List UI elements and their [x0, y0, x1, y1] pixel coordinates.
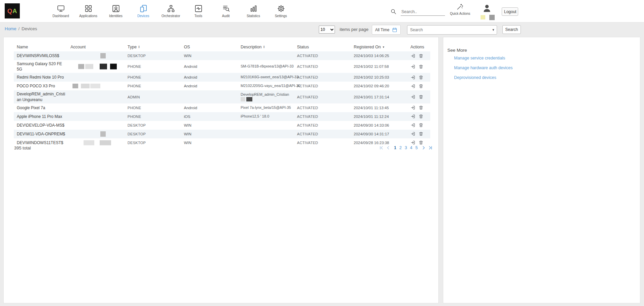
next-page-icon[interactable]	[421, 145, 426, 150]
nav-item-statistics[interactable]: Statistics	[240, 0, 267, 22]
column-header-registered-on[interactable]: Registered On▾	[351, 43, 407, 51]
column-header-description[interactable]: Description▲▼	[238, 43, 294, 51]
export-icon[interactable]	[410, 75, 415, 80]
device-registered-cell: 2024/10/02 11:07:58	[351, 60, 407, 73]
export-icon[interactable]	[410, 53, 415, 58]
export-icon[interactable]	[410, 114, 415, 119]
nav-item-orchestrator[interactable]: Orchestrator	[157, 0, 185, 22]
export-icon[interactable]	[410, 94, 415, 99]
device-row[interactable]: Redmi Redmi Note 10 Pro PHONE Android M2…	[14, 73, 430, 82]
last-page-icon[interactable]	[428, 145, 433, 150]
device-os: Android	[184, 84, 197, 88]
page-number[interactable]: 2	[399, 145, 402, 150]
device-os: iOS	[184, 115, 190, 119]
device-registered-cell: 2024/09/30 14:33:06	[351, 121, 407, 130]
device-actions-cell	[407, 112, 430, 121]
device-row[interactable]: Google Pixel 7a PHONE Android Pixel 7a-l…	[14, 103, 430, 112]
global-search-input[interactable]	[401, 8, 445, 16]
export-icon[interactable]	[410, 64, 415, 69]
column-header-account[interactable]: Account	[67, 43, 125, 51]
filter-search-input[interactable]	[407, 28, 490, 32]
search-icon[interactable]	[390, 8, 397, 15]
device-row[interactable]: DEV\DEVELOP-VDA-MS$ DESKTOP WIN ACTIVATE…	[14, 121, 430, 130]
breadcrumb: Home/Devices	[5, 26, 37, 31]
device-name-cell: Apple iPhone 11 Pro Max	[14, 112, 67, 121]
device-row[interactable]: DEV\WINSRVMILOS5$ DESKTOP WIN ACTIVATED …	[14, 51, 430, 60]
device-row[interactable]: DevelopREM_admin_Cristian Ungureanu ADMI…	[14, 90, 430, 103]
export-icon[interactable]	[410, 105, 415, 110]
device-type-cell: DESKTOP	[125, 51, 181, 60]
delete-icon[interactable]	[418, 75, 424, 80]
app-logo[interactable]: QA	[5, 3, 20, 18]
device-status-cell: ACTIVATED	[294, 51, 351, 60]
device-os-cell: Android	[181, 60, 238, 73]
nav-item-audit[interactable]: Audit	[212, 0, 240, 22]
device-name: Redmi Redmi Note 10 Pro	[17, 74, 65, 81]
see-more-link[interactable]: Manage service credentials	[454, 56, 512, 60]
export-icon[interactable]	[410, 131, 415, 136]
items-per-page-select[interactable]: 10	[319, 26, 335, 34]
page-number[interactable]: 4	[410, 145, 412, 150]
see-more-link[interactable]: Manage hardware auth devices	[454, 65, 512, 70]
column-header-name[interactable]: Name	[14, 43, 67, 51]
status-badge: ACTIVATED	[297, 115, 318, 119]
page-number[interactable]: 1	[394, 145, 396, 150]
device-registered-cell: 2024/10/03 14:06:25	[351, 51, 407, 60]
device-row[interactable]: DEV\W11-VDA-ONPREM$ DESKTOP WIN ACTIVATE…	[14, 130, 430, 138]
nav-item-tools[interactable]: Tools	[185, 0, 212, 22]
chevron-down-icon[interactable]: ▼	[490, 28, 497, 32]
device-description-cell: SM-G781B-r8qxeea/13@API-33	[238, 60, 294, 73]
nav-item-devices[interactable]: Devices	[130, 0, 157, 22]
device-type-cell: PHONE	[125, 103, 181, 112]
delete-icon[interactable]	[418, 53, 424, 58]
device-status-cell: ACTIVATED	[294, 112, 351, 121]
device-type-cell: ADMIN	[125, 90, 181, 103]
delete-icon[interactable]	[418, 84, 424, 89]
column-header-os[interactable]: OS	[181, 43, 238, 51]
status-badge: ACTIVATED	[297, 84, 318, 88]
logout-button[interactable]: Logout	[502, 7, 518, 16]
delete-icon[interactable]	[418, 131, 424, 136]
page-number[interactable]: 3	[405, 145, 407, 150]
delete-icon[interactable]	[418, 105, 424, 110]
export-icon[interactable]	[410, 123, 415, 128]
column-header-status[interactable]: Status	[294, 43, 351, 51]
registered-on-value: 2024/10/02 11:07:58	[354, 64, 389, 69]
device-os-cell: Android	[181, 103, 238, 112]
device-row[interactable]: Apple iPhone 11 Pro Max PHONE iOS iPhone…	[14, 112, 430, 121]
nav-item-dashboard[interactable]: Dashboard	[47, 0, 75, 22]
column-header-type[interactable]: Type▲▼	[125, 43, 181, 51]
device-account-cell	[67, 130, 125, 138]
time-filter-button[interactable]: All Time	[372, 25, 401, 35]
device-row[interactable]: POCO POCO X3 Pro PHONE Android M2102J20S…	[14, 82, 430, 90]
user-avatar-icon[interactable]	[482, 4, 492, 13]
first-page-icon[interactable]	[379, 145, 384, 150]
device-name: DEV\DEVELOP-VDA-MS$	[17, 122, 66, 129]
sort-icon: ▲▼	[138, 45, 140, 49]
delete-icon[interactable]	[418, 123, 424, 128]
device-os: WIN	[184, 54, 191, 58]
delete-icon[interactable]	[418, 114, 424, 119]
nav-label: Statistics	[247, 14, 260, 18]
device-row[interactable]: DEV\WINDOWS11TEST$ DESKTOP WIN ACTIVATED…	[14, 138, 430, 147]
breadcrumb-home-link[interactable]: Home	[5, 26, 16, 31]
device-status-cell: ACTIVATED	[294, 121, 351, 130]
nav-item-applications[interactable]: Applications	[75, 0, 102, 22]
previous-page-icon[interactable]	[386, 145, 391, 150]
devices-table: Name Account Type▲▼ OS Description▲▼ Sta…	[14, 43, 430, 147]
nav-item-settings[interactable]: Settings	[267, 0, 295, 22]
export-icon[interactable]	[410, 84, 415, 89]
delete-icon[interactable]	[418, 140, 424, 145]
nav-item-identities[interactable]: Identities	[102, 0, 130, 22]
delete-icon[interactable]	[418, 94, 424, 99]
export-icon[interactable]	[410, 140, 415, 145]
see-more-link[interactable]: Deprovisioned devices	[454, 75, 512, 80]
device-row[interactable]: Samsung Galaxy S20 FE 5G PHONE Android S…	[14, 60, 430, 73]
statistics-icon	[249, 4, 258, 13]
device-status-cell: ACTIVATED	[294, 130, 351, 138]
delete-icon[interactable]	[418, 64, 424, 69]
search-button[interactable]: Search	[502, 25, 521, 34]
page-number[interactable]: 5	[415, 145, 418, 150]
quick-actions-button[interactable]: Quick Actions	[449, 3, 472, 15]
device-type: DESKTOP	[128, 123, 146, 127]
